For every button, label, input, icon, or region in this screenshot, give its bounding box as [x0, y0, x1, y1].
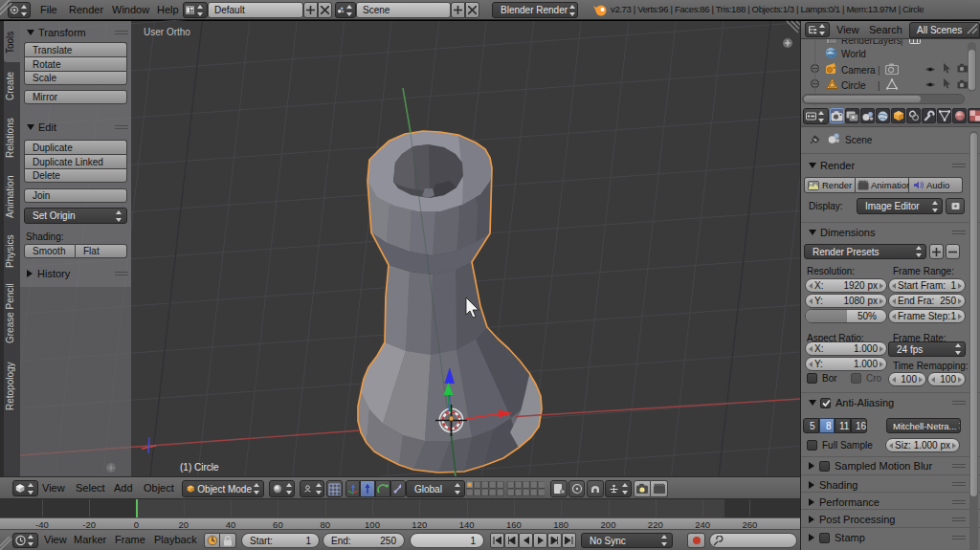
svg-text:(1) Circle: (1) Circle	[180, 462, 219, 473]
svg-text:User Ortho: User Ortho	[144, 27, 190, 37]
